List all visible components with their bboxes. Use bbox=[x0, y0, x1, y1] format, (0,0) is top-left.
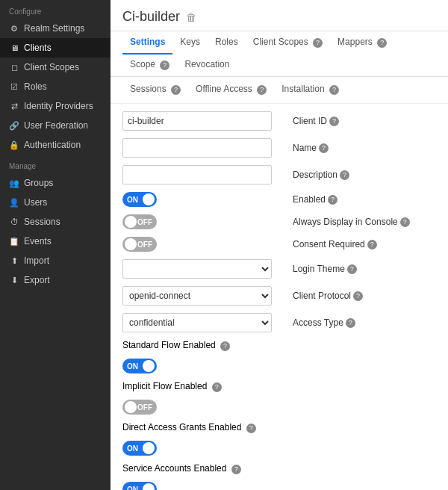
sidebar-item-groups[interactable]: 👥 Groups bbox=[0, 173, 111, 193]
always-display-help-icon[interactable]: ? bbox=[400, 217, 410, 227]
description-help-icon[interactable]: ? bbox=[340, 170, 349, 180]
events-icon: 📋 bbox=[9, 236, 19, 246]
sidebar-item-label: Roles bbox=[24, 81, 47, 92]
consent-toggle-wrap: OFF bbox=[122, 237, 287, 252]
name-input-wrap bbox=[122, 138, 287, 158]
sidebar-item-user-federation[interactable]: 🔗 User Federation bbox=[0, 116, 111, 135]
sessions-icon: ⏱ bbox=[9, 217, 19, 227]
groups-icon: 👥 bbox=[9, 178, 19, 188]
sidebar-item-label: Client Scopes bbox=[24, 62, 79, 72]
sidebar-item-label: Events bbox=[24, 236, 52, 246]
sidebar-item-client-scopes[interactable]: ◻ Client Scopes bbox=[0, 58, 111, 77]
sessions-help-icon[interactable]: ? bbox=[171, 85, 181, 95]
login-theme-row: keycloak rh-sso Login Theme ? bbox=[122, 259, 436, 279]
installation-help-icon[interactable]: ? bbox=[329, 85, 339, 95]
name-label-wrap: Name ? bbox=[287, 143, 436, 153]
sidebar-item-label: Export bbox=[24, 275, 50, 285]
tab-settings[interactable]: Settings bbox=[122, 31, 172, 55]
standard-flow-help-icon[interactable]: ? bbox=[220, 341, 230, 351]
identity-providers-icon: ⇄ bbox=[9, 101, 19, 111]
description-label: Description bbox=[293, 170, 337, 180]
sidebar-item-sessions[interactable]: ⏱ Sessions bbox=[0, 212, 111, 232]
manage-section-label: Manage bbox=[0, 155, 111, 173]
main-tabs: Settings Keys Roles Client Scopes ? Mapp… bbox=[111, 31, 448, 77]
service-accounts-toggle[interactable]: ON bbox=[122, 482, 157, 490]
sidebar-item-clients[interactable]: 🖥 Clients bbox=[0, 38, 111, 58]
mappers-help-icon[interactable]: ? bbox=[377, 38, 387, 48]
access-type-label: Access Type bbox=[293, 317, 343, 328]
tab-keys[interactable]: Keys bbox=[172, 31, 208, 55]
consent-required-row: OFF Consent Required ? bbox=[122, 237, 436, 252]
sidebar-item-authentication[interactable]: 🔒 Authentication bbox=[0, 135, 111, 155]
description-row: Description ? bbox=[122, 165, 436, 184]
implicit-flow-toggle[interactable]: OFF bbox=[122, 400, 157, 415]
sidebar-item-users[interactable]: 👤 Users bbox=[0, 193, 111, 212]
client-id-input[interactable] bbox=[122, 111, 272, 131]
scope-help-icon[interactable]: ? bbox=[160, 61, 169, 70]
enabled-label: Enabled bbox=[293, 194, 326, 205]
client-id-help-icon[interactable]: ? bbox=[329, 117, 339, 126]
service-accounts-toggle-row: ON bbox=[122, 482, 436, 490]
login-theme-help-icon[interactable]: ? bbox=[347, 264, 357, 274]
direct-access-help-icon[interactable]: ? bbox=[246, 424, 256, 433]
access-type-help-icon[interactable]: ? bbox=[346, 318, 355, 328]
client-scopes-help-icon[interactable]: ? bbox=[313, 38, 323, 48]
direct-access-toggle-row: ON bbox=[122, 441, 436, 456]
login-theme-select[interactable]: keycloak rh-sso bbox=[122, 259, 272, 279]
tab-scope[interactable]: Scope ? bbox=[122, 54, 177, 77]
client-scopes-icon: ◻ bbox=[9, 62, 19, 72]
realm-settings-icon: ⚙ bbox=[9, 23, 19, 34]
client-protocol-select-wrap: openid-connect saml bbox=[122, 286, 287, 306]
tab-mappers[interactable]: Mappers ? bbox=[330, 31, 394, 55]
sub-tabs: Sessions ? Offline Access ? Installation… bbox=[111, 77, 448, 104]
consent-help-icon[interactable]: ? bbox=[367, 240, 377, 249]
sidebar-item-identity-providers[interactable]: ⇄ Identity Providers bbox=[0, 96, 111, 116]
access-type-select-wrap: confidential public bearer-only bbox=[122, 313, 287, 332]
name-input[interactable] bbox=[122, 138, 272, 158]
client-protocol-help-icon[interactable]: ? bbox=[353, 291, 363, 301]
client-protocol-select[interactable]: openid-connect saml bbox=[122, 286, 272, 306]
consent-toggle[interactable]: OFF bbox=[122, 237, 157, 252]
sub-tab-offline-access[interactable]: Offline Access ? bbox=[188, 80, 274, 100]
direct-access-toggle[interactable]: ON bbox=[122, 441, 157, 456]
tab-roles[interactable]: Roles bbox=[208, 31, 246, 55]
tab-revocation[interactable]: Revocation bbox=[177, 54, 237, 77]
sidebar-item-roles[interactable]: ☑ Roles bbox=[0, 77, 111, 96]
sidebar-item-realm-settings[interactable]: ⚙ Realm Settings bbox=[0, 19, 111, 38]
user-federation-icon: 🔗 bbox=[9, 120, 19, 131]
login-theme-select-wrap: keycloak rh-sso bbox=[122, 259, 287, 279]
implicit-flow-help-icon[interactable]: ? bbox=[212, 382, 222, 392]
enabled-toggle[interactable]: ON bbox=[122, 192, 157, 207]
sidebar-item-export[interactable]: ⬇ Export bbox=[0, 270, 111, 290]
export-icon: ⬇ bbox=[9, 275, 19, 285]
enabled-help-icon[interactable]: ? bbox=[328, 195, 337, 205]
standard-flow-toggle[interactable]: ON bbox=[122, 359, 157, 373]
consent-knob bbox=[125, 238, 137, 250]
consent-label-wrap: Consent Required ? bbox=[287, 239, 436, 249]
name-row: Name ? bbox=[122, 138, 436, 158]
clients-icon: 🖥 bbox=[9, 43, 19, 53]
client-id-label-wrap: Client ID ? bbox=[287, 116, 436, 126]
description-input[interactable] bbox=[122, 165, 272, 184]
service-accounts-help-icon[interactable]: ? bbox=[231, 465, 241, 474]
standard-flow-label-row: Standard Flow Enabled ? bbox=[122, 340, 436, 351]
sub-tab-installation[interactable]: Installation ? bbox=[274, 80, 346, 100]
enabled-row: ON Enabled ? bbox=[122, 192, 436, 207]
offline-access-help-icon[interactable]: ? bbox=[257, 85, 267, 95]
client-protocol-label: Client Protocol bbox=[293, 291, 351, 301]
main-content: Ci-builder 🗑 Settings Keys Roles Client … bbox=[111, 0, 448, 490]
sub-tab-sessions[interactable]: Sessions ? bbox=[122, 80, 188, 100]
tab-client-scopes[interactable]: Client Scopes ? bbox=[246, 31, 330, 55]
always-display-row: OFF Always Display in Console ? bbox=[122, 214, 436, 229]
always-display-toggle[interactable]: OFF bbox=[122, 214, 157, 229]
delete-icon[interactable]: 🗑 bbox=[186, 11, 196, 23]
standard-flow-label-wrap: Standard Flow Enabled ? bbox=[122, 340, 287, 351]
name-help-icon[interactable]: ? bbox=[319, 143, 329, 153]
sidebar-item-events[interactable]: 📋 Events bbox=[0, 232, 111, 251]
direct-access-label: Direct Access Grants Enabled bbox=[122, 422, 241, 432]
implicit-flow-label: Implicit Flow Enabled bbox=[122, 381, 207, 391]
enabled-toggle-wrap: ON bbox=[122, 192, 287, 207]
sidebar-item-import[interactable]: ⬆ Import bbox=[0, 251, 111, 270]
access-type-select[interactable]: confidential public bearer-only bbox=[122, 313, 272, 332]
import-icon: ⬆ bbox=[9, 255, 19, 266]
